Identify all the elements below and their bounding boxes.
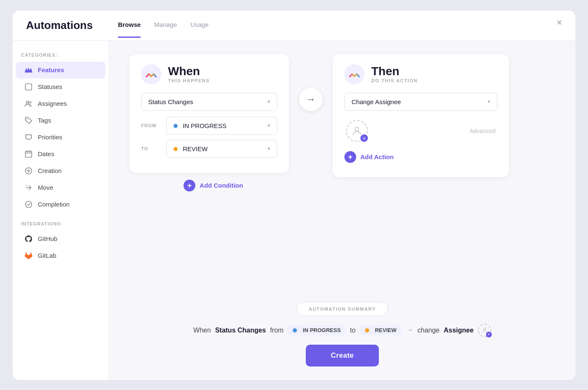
add-action-icon: + xyxy=(344,151,356,163)
sidebar-item-priorities[interactable]: Priorities xyxy=(16,129,105,146)
sidebar-item-statuses-label: Statuses xyxy=(38,83,62,90)
when-block-col: When THIS HAPPENS Status Changes ▾ FROM xyxy=(129,54,289,191)
trigger-chevron-icon: ▾ xyxy=(268,99,270,105)
main-content: When THIS HAPPENS Status Changes ▾ FROM xyxy=(109,41,575,380)
then-block-col: Then DO THIS ACTION Change Assignee ▾ xyxy=(333,54,509,177)
tab-usage[interactable]: Usage xyxy=(190,21,208,38)
sidebar-item-tags[interactable]: Tags xyxy=(16,112,105,129)
sidebar-item-tags-label: Tags xyxy=(38,117,51,124)
modal-title: Automations xyxy=(26,19,93,40)
from-value-display: IN PROGRESS xyxy=(173,122,226,129)
completion-icon xyxy=(24,200,33,209)
action-chevron-icon: ▾ xyxy=(488,99,490,105)
priorities-icon xyxy=(24,133,33,141)
svg-point-8 xyxy=(483,328,486,330)
crown-icon xyxy=(24,66,33,74)
sidebar-item-move-label: Move xyxy=(38,184,53,191)
when-subtitle: THIS HAPPENS xyxy=(168,78,210,83)
svg-point-3 xyxy=(26,118,28,120)
sidebar-item-github[interactable]: GitHub xyxy=(16,230,105,247)
assignee-placeholder[interactable]: + xyxy=(346,120,368,142)
sidebar-item-priorities-label: Priorities xyxy=(38,133,62,141)
to-value-display: REVIEW xyxy=(173,145,207,152)
summary-from-chip: IN PROGRESS xyxy=(288,325,346,335)
tab-browse[interactable]: Browse xyxy=(118,21,141,38)
assignee-row: + Advanced xyxy=(344,117,497,147)
when-block-header: When THIS HAPPENS xyxy=(141,64,277,84)
svg-rect-0 xyxy=(26,84,32,90)
action-dropdown[interactable]: Change Assignee ▾ xyxy=(344,93,497,111)
sidebar-item-completion[interactable]: Completion xyxy=(16,196,105,213)
svg-point-1 xyxy=(26,101,29,103)
tab-bar: Browse Manage Usage xyxy=(118,21,209,38)
sidebar-item-dates[interactable]: Dates xyxy=(16,146,105,162)
to-status-dot xyxy=(173,147,178,151)
summary-plus-badge: + xyxy=(486,332,492,338)
modal-body: CATEGORIES: Features Statuses xyxy=(13,41,575,380)
sidebar: CATEGORIES: Features Statuses xyxy=(13,41,109,380)
add-action-label: Add Action xyxy=(360,153,394,160)
sidebar-item-features-label: Features xyxy=(38,66,64,73)
then-block: Then DO THIS ACTION Change Assignee ▾ xyxy=(333,54,509,177)
sidebar-item-gitlab-label: GitLab xyxy=(38,252,56,259)
sidebar-item-gitlab[interactable]: GitLab xyxy=(16,247,105,264)
sidebar-item-github-label: GitHub xyxy=(38,235,58,242)
svg-point-6 xyxy=(26,201,32,207)
tags-icon xyxy=(24,116,33,125)
automation-modal: Automations Browse Manage Usage × CATEGO… xyxy=(13,10,575,380)
advanced-button[interactable]: Advanced xyxy=(470,128,496,134)
sidebar-item-completion-label: Completion xyxy=(38,201,70,208)
automation-summary-label: AUTOMATION SUMMARY xyxy=(297,302,388,316)
summary-from-dot xyxy=(293,328,297,332)
sidebar-item-creation[interactable]: Creation xyxy=(16,162,105,179)
arrow-connector: → xyxy=(289,88,333,111)
from-chevron-icon: ▾ xyxy=(268,123,270,128)
dates-icon xyxy=(24,150,33,158)
summary-assignee-icon: + xyxy=(478,324,491,337)
svg-point-7 xyxy=(355,127,359,131)
sidebar-item-features[interactable]: Features xyxy=(16,62,105,79)
then-block-header: Then DO THIS ACTION xyxy=(344,64,497,84)
summary-text-row: When Status Changes from IN PROGRESS to … xyxy=(193,324,491,337)
arrow-circle: → xyxy=(299,88,323,111)
from-condition-row: FROM IN PROGRESS ▾ xyxy=(141,117,277,135)
trigger-dropdown[interactable]: Status Changes ▾ xyxy=(141,93,277,111)
assignees-icon xyxy=(24,99,33,108)
from-label: FROM xyxy=(141,123,161,128)
arrow-icon: → xyxy=(306,94,315,105)
to-dropdown[interactable]: REVIEW ▾ xyxy=(166,140,277,158)
automation-summary: AUTOMATION SUMMARY When Status Changes f… xyxy=(129,302,555,366)
sidebar-item-assignees[interactable]: Assignees xyxy=(16,95,105,112)
creation-icon xyxy=(24,167,33,175)
add-condition-button[interactable]: + Add Condition xyxy=(184,180,243,191)
to-chevron-icon: ▾ xyxy=(268,146,270,152)
summary-arrow-icon: → xyxy=(406,326,413,335)
tab-manage[interactable]: Manage xyxy=(154,21,177,38)
statuses-icon xyxy=(24,83,33,91)
from-status-dot xyxy=(173,124,178,128)
gitlab-icon xyxy=(24,251,33,260)
when-title-group: When THIS HAPPENS xyxy=(168,65,210,83)
to-condition-row: TO REVIEW ▾ xyxy=(141,140,277,158)
modal-header: Automations Browse Manage Usage × xyxy=(13,10,575,41)
add-action-button[interactable]: + Add Action xyxy=(344,147,394,167)
sidebar-item-move[interactable]: Move xyxy=(16,179,105,196)
summary-to-text: to xyxy=(350,327,355,334)
summary-status-changes: Status Changes xyxy=(215,327,266,334)
when-title: When xyxy=(168,65,210,78)
summary-to-value: REVIEW xyxy=(375,327,396,333)
from-dropdown[interactable]: IN PROGRESS ▾ xyxy=(166,117,277,135)
sidebar-item-assignees-label: Assignees xyxy=(38,100,67,107)
sidebar-item-statuses[interactable]: Statuses xyxy=(16,79,105,95)
create-button[interactable]: Create xyxy=(306,345,379,366)
assignee-plus-badge: + xyxy=(360,134,368,142)
github-icon xyxy=(24,235,33,243)
when-block: When THIS HAPPENS Status Changes ▾ FROM xyxy=(129,54,289,173)
summary-change-text: change xyxy=(417,327,440,334)
move-icon xyxy=(24,183,33,192)
close-button[interactable]: × xyxy=(556,18,562,27)
trigger-value: Status Changes xyxy=(148,98,193,105)
then-logo xyxy=(344,64,365,84)
automation-builder-row: When THIS HAPPENS Status Changes ▾ FROM xyxy=(129,54,555,191)
summary-from-text: from xyxy=(270,327,284,334)
